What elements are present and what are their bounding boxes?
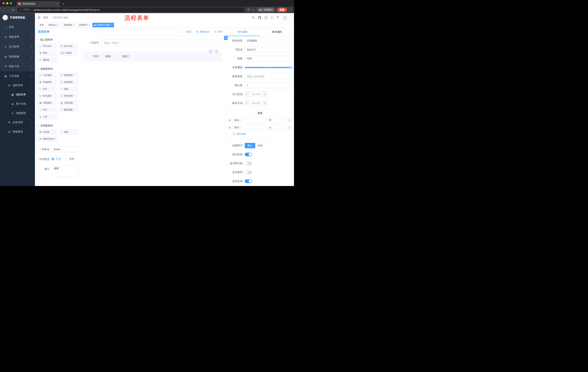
browser-menu-icon[interactable]: ⋮: [289, 9, 292, 11]
gender-field-widget[interactable]: 性别 选项一: [83, 51, 222, 62]
style-button-button[interactable]: 按钮: [255, 143, 266, 148]
sidebar-item[interactable]: ⚒ 研发工具 ∨: [0, 62, 35, 71]
component-item[interactable]: ✱ 密码: [37, 50, 57, 56]
help-icon[interactable]: ?: [264, 16, 267, 19]
status-on-radio[interactable]: [52, 158, 54, 160]
toggle-switch[interactable]: [245, 153, 252, 156]
zoom-window-button[interactable]: [10, 2, 12, 4]
clear-button[interactable]: 清空: [214, 30, 223, 33]
back-icon[interactable]: ←: [2, 9, 5, 11]
security-label[interactable]: 不安全: [23, 8, 30, 11]
sidebar-item[interactable]: ▦ 工作流程 ∧: [0, 71, 35, 81]
sidebar-item[interactable]: ⚙ 系统管理 ∨: [0, 32, 35, 42]
new-tab-button[interactable]: +: [60, 2, 66, 7]
component-item[interactable]: ▥ 行容器: [37, 129, 57, 135]
max-select-value[interactable]: 最多可选: [250, 101, 262, 106]
remove-option-icon[interactable]: −: [288, 119, 291, 122]
component-item[interactable]: ◴ 时间选择: [37, 93, 57, 99]
sidebar-item[interactable]: ♟ 请假查询: [0, 127, 35, 136]
browser-tab[interactable]: 芋道管理系统 ×: [16, 1, 60, 7]
option-value-input[interactable]: [267, 125, 287, 130]
sidebar-item[interactable]: ▤ 基础设施 ∨: [0, 52, 35, 62]
decrease-icon[interactable]: −: [245, 92, 250, 97]
tag[interactable]: 首页: [38, 23, 45, 27]
tag-close-icon[interactable]: ×: [58, 24, 59, 26]
option-label-input[interactable]: [232, 125, 266, 130]
option-label-input[interactable]: [232, 118, 266, 123]
toggle-switch[interactable]: [245, 162, 252, 165]
option-value-input[interactable]: [267, 118, 287, 123]
drag-handle-icon[interactable]: ☰: [229, 126, 231, 129]
tag[interactable]: 流程定义 ×: [47, 23, 61, 27]
component-item[interactable]: ☰ 多行文本: [59, 43, 78, 49]
password-key-icon[interactable]: [247, 8, 250, 11]
checkbox-option[interactable]: 选项一: [101, 55, 113, 58]
breadcrumb-home[interactable]: 首页: [43, 16, 48, 19]
component-item[interactable]: ☑ 多选框组: [59, 79, 78, 85]
minimize-window-button[interactable]: [6, 2, 8, 4]
component-item[interactable]: ◷ 时间范围: [59, 93, 78, 99]
component-item[interactable]: ☝ 按钮: [59, 129, 78, 135]
slider-handle[interactable]: [290, 66, 293, 69]
component-item[interactable]: ✎ 编辑器: [37, 57, 57, 63]
status-off-radio[interactable]: [65, 158, 68, 160]
sidebar-logo[interactable]: 芋道管理系统: [0, 13, 35, 22]
add-option-button[interactable]: + 添加选项: [233, 132, 291, 136]
sidebar-item[interactable]: ☻ 用户分组: [0, 99, 35, 108]
github-icon[interactable]: [258, 16, 261, 19]
form-name-input[interactable]: [52, 146, 78, 152]
url-field[interactable]: ⚠ 不安全 dashboard.yudao.iocoder.cn/bpm/man…: [17, 8, 244, 12]
status-off-label[interactable]: 关闭: [69, 158, 74, 161]
reload-icon[interactable]: ↻: [12, 9, 14, 11]
toggle-switch[interactable]: [245, 170, 252, 174]
component-type-select[interactable]: 多选框组 ∨: [245, 38, 291, 44]
checkbox[interactable]: [118, 55, 121, 58]
component-item[interactable]: ⋔ 级联选择: [59, 73, 78, 78]
form-canvas[interactable]: 手机号 性别 选项一: [81, 36, 226, 186]
tab-form-properties[interactable]: 表单属性: [260, 28, 294, 36]
delete-widget-button[interactable]: [214, 49, 218, 53]
increase-icon[interactable]: +: [262, 92, 267, 97]
tag-close-icon[interactable]: ×: [88, 24, 90, 26]
search-icon[interactable]: [252, 16, 255, 19]
copy-widget-button[interactable]: [209, 49, 213, 53]
tag-close-icon[interactable]: ×: [111, 24, 112, 26]
label-width-input[interactable]: [245, 74, 291, 79]
close-window-button[interactable]: [2, 2, 5, 4]
component-item[interactable]: ▦ 日期选择: [37, 100, 57, 106]
font-size-icon[interactable]: T: [277, 16, 279, 20]
component-item[interactable]: ◑ 颜色选择: [59, 107, 78, 112]
style-default-button[interactable]: 默认: [245, 143, 255, 148]
status-on-label[interactable]: 开启: [56, 158, 61, 161]
tab-component-properties[interactable]: 组件属性: [226, 28, 260, 36]
sidebar-item[interactable]: ≣ 流程管理 ∧: [0, 81, 35, 90]
sidebar-item[interactable]: ⚑ 任务管理 ∨: [0, 118, 35, 127]
component-item[interactable]: ⊷ 开关: [37, 86, 57, 92]
component-item[interactable]: ▭ 单行文本: [37, 43, 57, 49]
grid-slider[interactable]: [245, 65, 291, 70]
component-item[interactable]: 123 计数器: [59, 50, 78, 56]
save-button[interactable]: ✓ 保存: [183, 30, 191, 33]
default-value-input[interactable]: [245, 83, 291, 88]
drag-handle-icon[interactable]: ☰: [229, 119, 231, 122]
tag[interactable]: 流程模型 ×: [62, 23, 76, 27]
forward-icon[interactable]: →: [7, 9, 10, 11]
tag[interactable]: 流程表单 ×: [77, 23, 91, 27]
view-json-button[interactable]: 查看json: [196, 30, 210, 33]
avatar[interactable]: [282, 14, 288, 21]
phone-field-widget[interactable]: 手机号: [83, 38, 222, 48]
sidebar-item[interactable]: ¥ 支付管理 ∨: [0, 42, 35, 52]
sidebar-item[interactable]: ➤ 流程模型: [0, 108, 35, 118]
link-icon[interactable]: [224, 36, 228, 40]
component-item[interactable]: ⊞ 表格[开发中]: [37, 136, 57, 142]
tag-close-icon[interactable]: ×: [73, 24, 74, 26]
avatar-caret-icon[interactable]: ∨: [290, 18, 291, 20]
title-input[interactable]: [245, 56, 291, 62]
component-item[interactable]: ▧ 日期范围: [59, 100, 78, 106]
sidebar-item[interactable]: ▥ 流程表单: [0, 90, 35, 99]
remark-textarea[interactable]: 嘿嘿: [52, 166, 78, 177]
component-item[interactable]: ☁ 上传: [37, 114, 57, 119]
decrease-icon[interactable]: −: [245, 101, 250, 106]
increase-icon[interactable]: +: [262, 101, 267, 106]
fullscreen-icon[interactable]: [271, 16, 274, 19]
